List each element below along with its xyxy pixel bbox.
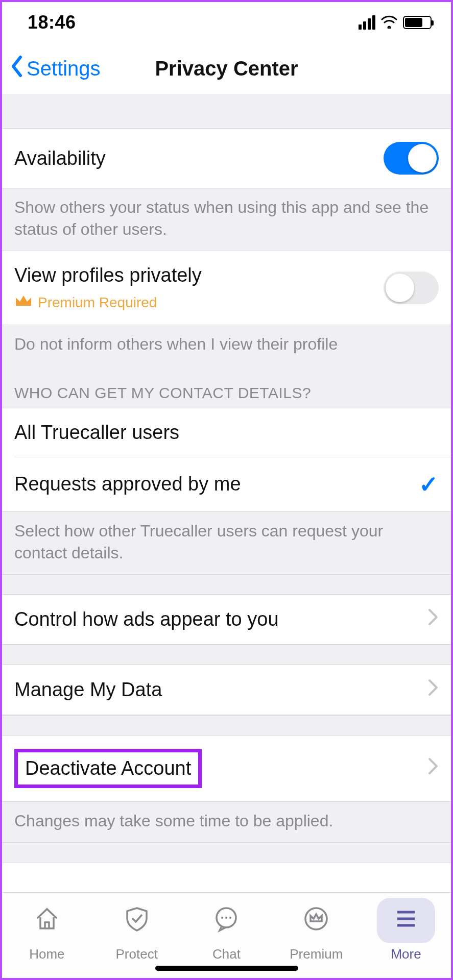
view-privately-footer: Do not inform others when I view their p… <box>2 325 451 365</box>
premium-icon <box>302 920 330 936</box>
ads-control-row[interactable]: Control how ads appear to you <box>2 595 451 645</box>
chat-icon <box>212 920 240 936</box>
chevron-right-icon <box>427 678 439 701</box>
tab-label: Chat <box>212 946 241 962</box>
svg-point-1 <box>221 917 223 919</box>
home-indicator[interactable] <box>155 966 298 971</box>
crown-icon <box>14 293 33 311</box>
view-privately-label: View profiles privately <box>14 264 202 286</box>
tab-home[interactable]: Home <box>2 898 92 978</box>
contact-option-approved[interactable]: Requests approved by me ✓ <box>2 457 451 512</box>
cellular-icon <box>359 15 375 30</box>
chevron-right-icon <box>427 757 439 780</box>
tab-label: Premium <box>290 946 343 962</box>
contact-option-label: Requests approved by me <box>14 473 241 495</box>
back-button[interactable]: Settings <box>2 55 101 82</box>
tab-label: Home <box>29 946 64 962</box>
manage-data-label: Manage My Data <box>14 679 162 701</box>
status-indicators <box>359 14 432 31</box>
tab-label: More <box>391 946 421 962</box>
shield-icon <box>123 920 151 936</box>
deactivate-label: Deactivate Account <box>25 757 191 779</box>
contact-details-header: WHO CAN GET MY CONTACT DETAILS? <box>2 366 451 408</box>
home-icon <box>33 920 61 936</box>
premium-required-badge: Premium Required <box>14 293 202 311</box>
section-spacer <box>2 645 451 665</box>
contact-option-label: All Truecaller users <box>14 422 179 444</box>
deactivate-footer: Changes may take some time to be applied… <box>2 802 451 842</box>
availability-toggle[interactable] <box>384 142 439 175</box>
settings-scroll-area: Availability Show others your status whe… <box>2 94 451 965</box>
status-time: 18:46 <box>28 12 76 33</box>
chevron-right-icon <box>427 608 439 631</box>
svg-point-3 <box>229 917 231 919</box>
section-spacer <box>2 715 451 736</box>
tab-label: Protect <box>116 946 158 962</box>
checkmark-icon: ✓ <box>419 471 439 498</box>
back-label: Settings <box>27 57 101 80</box>
view-privately-toggle[interactable] <box>384 272 439 304</box>
deactivate-account-row[interactable]: Deactivate Account <box>2 736 451 802</box>
menu-icon <box>392 920 420 936</box>
contact-option-all-users[interactable]: All Truecaller users <box>2 408 451 457</box>
section-spacer <box>2 94 451 129</box>
tab-bar: Home Protect Chat Premium More <box>2 892 451 978</box>
chevron-left-icon <box>9 55 25 82</box>
battery-icon <box>403 16 432 29</box>
view-privately-row[interactable]: View profiles privately Premium Required <box>2 251 451 325</box>
svg-point-4 <box>305 908 327 929</box>
svg-point-2 <box>225 917 227 919</box>
availability-footer: Show others your status when using this … <box>2 188 451 251</box>
status-bar: 18:46 <box>2 2 451 43</box>
deactivate-highlight: Deactivate Account <box>14 749 202 788</box>
ads-control-label: Control how ads appear to you <box>14 608 279 630</box>
premium-required-text: Premium Required <box>38 295 157 311</box>
navigation-bar: Settings Privacy Center <box>2 43 451 94</box>
tab-more[interactable]: More <box>361 898 451 978</box>
section-spacer <box>2 842 451 863</box>
manage-data-row[interactable]: Manage My Data <box>2 665 451 715</box>
wifi-icon <box>380 14 398 31</box>
section-spacer <box>2 574 451 595</box>
availability-row[interactable]: Availability <box>2 129 451 188</box>
availability-label: Availability <box>14 148 106 169</box>
contact-details-footer: Select how other Truecaller users can re… <box>2 512 451 574</box>
